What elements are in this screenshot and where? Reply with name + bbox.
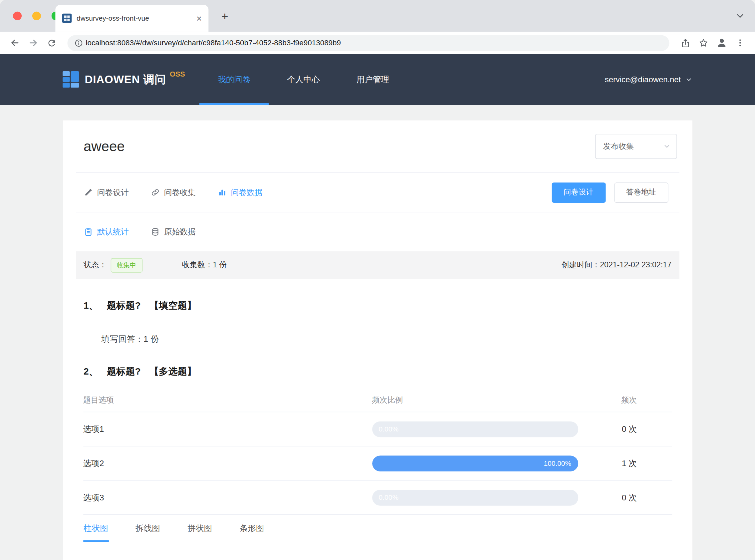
- site-info-icon[interactable]: [71, 36, 85, 50]
- page-body: aweee 发布收集 问卷设计: [0, 105, 755, 560]
- progress-bar: 100.00%: [372, 456, 578, 472]
- table-header-row: 题目选项 频次比例 频次: [83, 388, 672, 412]
- tab-bar-chart[interactable]: 条形图: [239, 515, 265, 542]
- question-1-title: 1、题标题?【填空题】: [84, 299, 671, 312]
- answer-address-button[interactable]: 答卷地址: [614, 182, 668, 202]
- reload-icon[interactable]: [42, 34, 61, 52]
- frequency-value: 0 次: [578, 492, 672, 503]
- tab-default-statistics[interactable]: 默认统计: [84, 227, 129, 237]
- col-header-frequency: 频次: [578, 395, 672, 405]
- publish-collect-dropdown[interactable]: 发布收集: [595, 134, 677, 159]
- survey-card: aweee 发布收集 问卷设计: [63, 121, 692, 560]
- macos-window-controls: [13, 12, 60, 20]
- frequency-value: 1 次: [578, 458, 672, 469]
- question-2: 2、题标题?【多选题】: [63, 365, 692, 378]
- bookmark-star-icon[interactable]: [694, 34, 713, 52]
- nav-item-user-management[interactable]: 用户管理: [338, 54, 407, 105]
- chevron-down-icon: [663, 142, 670, 150]
- tab-line-chart[interactable]: 拆线图: [135, 515, 161, 542]
- progress-bar: 0.00%: [372, 421, 578, 437]
- tab-survey-data[interactable]: 问卷数据: [217, 187, 263, 198]
- col-header-option: 题目选项: [83, 395, 372, 405]
- app-logo[interactable]: DIAOWEN 调问 OSS: [63, 54, 185, 105]
- main-navigation: 我的问卷 个人中心 用户管理: [199, 54, 407, 105]
- forward-icon[interactable]: [24, 34, 42, 52]
- progress-bar: 0.00%: [372, 489, 578, 505]
- tab-pie-chart[interactable]: 拼状图: [187, 515, 213, 542]
- col-header-ratio: 频次比例: [372, 395, 578, 405]
- account-email: service@diaowen.net: [605, 75, 681, 84]
- option-label: 选项2: [83, 458, 372, 469]
- question-1-answer: 填写回答：1 份: [84, 333, 671, 345]
- browser-window: dwsurvey-oss-front-vue × + localhost:808…: [0, 0, 755, 560]
- question-1: 1、题标题?【填空题】 填写回答：1 份: [63, 299, 692, 345]
- table-row: 选项2 100.00% 1 次: [83, 446, 672, 480]
- survey-title: aweee: [84, 134, 125, 159]
- nav-item-personal-center[interactable]: 个人中心: [269, 54, 338, 105]
- question-2-title: 2、题标题?【多选题】: [84, 365, 671, 378]
- status-bar: 状态： 收集中 收集数：1 份 创建时间：2021-12-02 23:02:17: [76, 252, 679, 279]
- browser-tab-strip: dwsurvey-oss-front-vue × +: [0, 0, 755, 32]
- back-icon[interactable]: [6, 34, 24, 52]
- new-tab-button[interactable]: +: [218, 9, 232, 23]
- option-label: 选项1: [83, 423, 372, 435]
- tab-column-chart[interactable]: 柱状图: [83, 515, 109, 542]
- frequency-value: 0 次: [578, 423, 672, 435]
- browser-tab[interactable]: dwsurvey-oss-front-vue ×: [55, 5, 208, 32]
- share-icon[interactable]: [676, 34, 694, 52]
- tab-favicon-icon: [62, 14, 72, 23]
- tab-survey-collect[interactable]: 问卷收集: [150, 187, 196, 198]
- stat-tab-row: 默认统计 原始数据: [63, 213, 692, 252]
- browser-toolbar: localhost:8083/#/dw/survey/d/chart/c98fa…: [0, 32, 755, 54]
- collect-count: 收集数：1 份: [182, 260, 227, 270]
- chart-type-tabs: 柱状图 拆线图 拼状图 条形图: [63, 515, 692, 542]
- survey-design-button[interactable]: 问卷设计: [552, 182, 606, 202]
- survey-header: aweee 发布收集: [63, 121, 692, 159]
- option-label: 选项3: [83, 492, 372, 503]
- bar-chart-icon: [217, 188, 226, 197]
- url-text: localhost:8083/#/dw/survey/d/chart/c98fa…: [85, 39, 341, 47]
- created-time: 创建时间：2021-12-02 23:02:17: [561, 260, 671, 270]
- section-tab-row: 问卷设计 问卷收集 问卷数据 问卷设计 答卷地址: [63, 173, 692, 212]
- bar-label: 0.00%: [379, 421, 399, 437]
- tab-close-icon[interactable]: ×: [197, 14, 202, 23]
- bar-label: 100.00%: [544, 456, 571, 472]
- minimize-window-button[interactable]: [32, 12, 41, 20]
- header-actions: 问卷设计 答卷地址: [552, 182, 668, 202]
- pencil-icon: [84, 188, 93, 197]
- option-frequency-table: 题目选项 频次比例 频次 选项1 0.00% 0 次 选项2: [83, 388, 672, 515]
- oss-badge: OSS: [170, 69, 185, 78]
- tab-survey-design[interactable]: 问卷设计: [84, 187, 129, 198]
- nav-item-my-surveys[interactable]: 我的问卷: [199, 54, 269, 105]
- account-menu[interactable]: service@diaowen.net: [605, 54, 692, 105]
- toolbar-actions: [676, 34, 749, 52]
- diaowen-logo-icon: [63, 71, 79, 87]
- tab-raw-data[interactable]: 原始数据: [150, 227, 196, 237]
- brand-name: DIAOWEN 调问: [85, 72, 166, 87]
- link-icon: [150, 188, 160, 197]
- database-icon: [150, 227, 160, 236]
- profile-avatar-icon[interactable]: [713, 34, 731, 52]
- tab-title: dwsurvey-oss-front-vue: [77, 14, 192, 22]
- table-row: 选项1 0.00% 0 次: [83, 412, 672, 446]
- clipboard-icon: [84, 227, 93, 236]
- status-label: 状态：: [84, 260, 106, 270]
- app-header: DIAOWEN 调问 OSS 我的问卷 个人中心 用户管理 service@di…: [0, 54, 755, 105]
- table-row: 选项3 0.00% 0 次: [83, 480, 672, 514]
- browser-menu-icon[interactable]: [731, 34, 749, 52]
- bar-label: 0.00%: [379, 489, 399, 505]
- status-badge: 收集中: [110, 258, 142, 272]
- tab-search-chevron-icon[interactable]: [735, 11, 746, 21]
- address-bar[interactable]: localhost:8083/#/dw/survey/d/chart/c98fa…: [67, 35, 670, 51]
- chevron-down-icon: [685, 76, 692, 83]
- close-window-button[interactable]: [13, 12, 22, 20]
